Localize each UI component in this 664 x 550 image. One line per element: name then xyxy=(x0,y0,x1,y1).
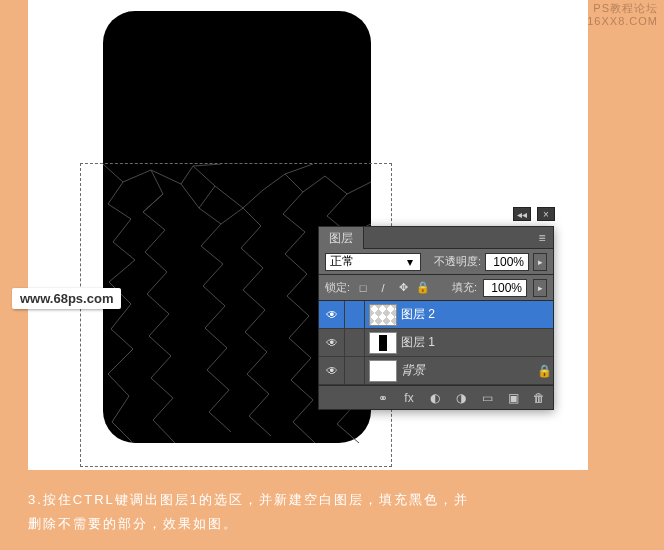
new-layer-icon[interactable]: ▣ xyxy=(505,390,521,406)
lock-position-icon[interactable]: ✥ xyxy=(396,281,410,295)
opacity-input[interactable]: 100% xyxy=(485,253,529,271)
layer-row[interactable]: 👁 图层 2 xyxy=(319,301,553,329)
layer-thumbnail xyxy=(369,360,397,382)
link-layers-icon[interactable]: ⚭ xyxy=(375,390,391,406)
fx-icon[interactable]: fx xyxy=(401,390,417,406)
link-col xyxy=(345,329,365,357)
panel-topbar: ◂◂ × xyxy=(513,205,555,223)
fill-label: 填充: xyxy=(452,280,477,295)
adjustment-icon[interactable]: ◑ xyxy=(453,390,469,406)
chevron-down-icon: ▾ xyxy=(404,256,416,268)
tutorial-caption: 3.按住CTRL键调出图层1的选区，并新建空白图层，填充黑色，并 删除不需要的部… xyxy=(28,488,636,536)
link-col xyxy=(345,357,365,385)
fill-slider-toggle[interactable]: ▸ xyxy=(533,279,547,297)
watermark-68ps: www.68ps.com xyxy=(12,288,121,309)
panel-footer: ⚭ fx ◐ ◑ ▭ ▣ 🗑 xyxy=(319,385,553,409)
opacity-label: 不透明度: xyxy=(434,254,481,269)
layer-list: 👁 图层 2 👁 图层 1 👁 背景 🔒 xyxy=(319,301,553,385)
trash-icon[interactable]: 🗑 xyxy=(531,390,547,406)
link-col xyxy=(345,301,365,329)
blend-mode-select[interactable]: 正常 ▾ xyxy=(325,253,421,271)
mask-icon[interactable]: ◐ xyxy=(427,390,443,406)
caption-line2: 删除不需要的部分，效果如图。 xyxy=(28,512,636,536)
lock-transparent-icon[interactable]: □ xyxy=(356,281,370,295)
close-icon[interactable]: × xyxy=(537,207,555,221)
fill-value: 100% xyxy=(488,281,522,295)
opacity-value: 100% xyxy=(490,255,524,269)
blend-opacity-row: 正常 ▾ 不透明度: 100% ▸ xyxy=(319,249,553,275)
fill-input[interactable]: 100% xyxy=(483,279,527,297)
visibility-toggle[interactable]: 👁 xyxy=(319,357,345,385)
tab-layers[interactable]: 图层 xyxy=(319,227,364,249)
layer-thumbnail xyxy=(369,304,397,326)
lock-pixels-icon[interactable]: / xyxy=(376,281,390,295)
layer-name[interactable]: 图层 2 xyxy=(401,306,553,323)
opacity-slider-toggle[interactable]: ▸ xyxy=(533,253,547,271)
visibility-toggle[interactable]: 👁 xyxy=(319,329,345,357)
layer-row[interactable]: 👁 背景 🔒 xyxy=(319,357,553,385)
lock-fill-row: 锁定: □ / ✥ 🔒 填充: 100% ▸ xyxy=(319,275,553,301)
layer-thumbnail xyxy=(369,332,397,354)
group-icon[interactable]: ▭ xyxy=(479,390,495,406)
caption-line1: 3.按住CTRL键调出图层1的选区，并新建空白图层，填充黑色，并 xyxy=(28,488,636,512)
layer-name[interactable]: 背景 xyxy=(401,362,535,379)
visibility-toggle[interactable]: 👁 xyxy=(319,301,345,329)
collapse-icon[interactable]: ◂◂ xyxy=(513,207,531,221)
layer-name[interactable]: 图层 1 xyxy=(401,334,553,351)
panel-menu-icon[interactable]: ≡ xyxy=(531,231,553,245)
lock-all-icon[interactable]: 🔒 xyxy=(416,281,430,295)
panel-tab-row: 图层 ≡ xyxy=(319,227,553,249)
layers-panel: ◂◂ × 图层 ≡ 正常 ▾ 不透明度: 100% ▸ 锁定: □ / ✥ 🔒 … xyxy=(318,226,554,410)
blend-mode-value: 正常 xyxy=(330,253,400,270)
lock-label: 锁定: xyxy=(325,280,350,295)
lock-icon: 🔒 xyxy=(535,364,553,378)
layer-row[interactable]: 👁 图层 1 xyxy=(319,329,553,357)
